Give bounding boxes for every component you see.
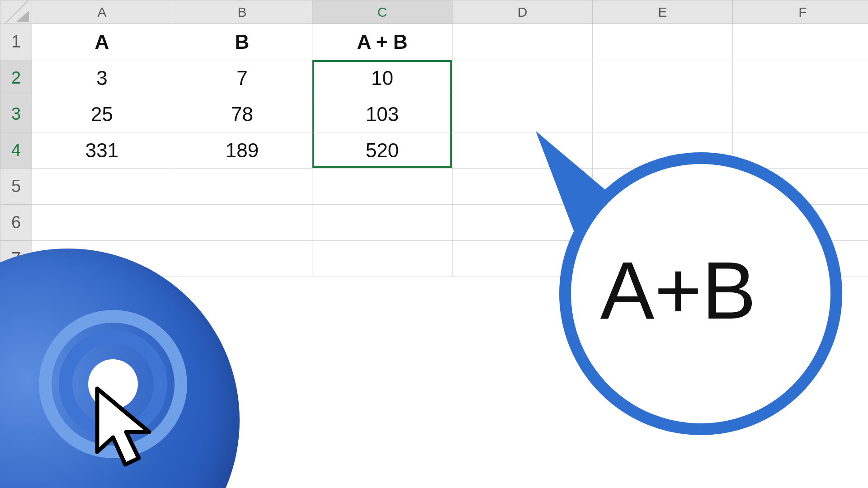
cell-f7[interactable] <box>733 241 868 277</box>
cell-d7[interactable] <box>453 241 593 277</box>
col-header-f[interactable]: F <box>733 0 868 24</box>
cell-e5[interactable] <box>593 169 733 205</box>
select-all-corner[interactable] <box>0 0 32 24</box>
cell-e1[interactable] <box>593 24 733 60</box>
cell-b3[interactable]: 78 <box>172 96 312 132</box>
cell-f3[interactable] <box>733 96 868 132</box>
cell-b4[interactable]: 189 <box>172 132 312 169</box>
col-header-a[interactable]: A <box>32 0 172 24</box>
cell-b6[interactable] <box>172 205 312 241</box>
cell-d2[interactable] <box>453 60 593 96</box>
cell-c7[interactable] <box>312 241 453 277</box>
cell-b5[interactable] <box>172 169 312 205</box>
cell-b1[interactable]: B <box>172 24 312 60</box>
cell-d5[interactable] <box>453 169 593 205</box>
cell-a6[interactable] <box>32 205 172 241</box>
cell-f2[interactable] <box>733 60 868 96</box>
cell-c5[interactable] <box>312 169 453 205</box>
cell-f4[interactable] <box>733 132 868 169</box>
cell-d6[interactable] <box>453 205 593 241</box>
cell-c6[interactable] <box>312 205 453 241</box>
cell-e6[interactable] <box>593 205 733 241</box>
cell-d4[interactable] <box>453 132 593 169</box>
cell-c2[interactable]: 10 <box>312 60 453 96</box>
cell-f1[interactable] <box>733 24 868 60</box>
cell-a2[interactable]: 3 <box>32 60 172 96</box>
col-header-e[interactable]: E <box>593 0 733 24</box>
col-header-d[interactable]: D <box>453 0 593 24</box>
row-header-1[interactable]: 1 <box>0 24 32 60</box>
svg-marker-5 <box>97 389 149 465</box>
row-header-2[interactable]: 2 <box>0 60 32 96</box>
cell-d1[interactable] <box>453 24 593 60</box>
cell-c4[interactable]: 520 <box>312 132 453 169</box>
cell-a3[interactable]: 25 <box>32 96 172 132</box>
row-header-4[interactable]: 4 <box>0 132 32 169</box>
cell-f6[interactable] <box>733 205 868 241</box>
cell-c1[interactable]: A + B <box>312 24 453 60</box>
cell-e4[interactable] <box>593 132 733 169</box>
cell-e2[interactable] <box>593 60 733 96</box>
col-header-c[interactable]: C <box>312 0 453 24</box>
cursor-icon <box>88 384 165 474</box>
cell-a5[interactable] <box>32 169 172 205</box>
cell-c3[interactable]: 103 <box>312 96 453 132</box>
cell-e3[interactable] <box>593 96 733 132</box>
cell-e7[interactable] <box>593 241 733 277</box>
cell-f5[interactable] <box>733 169 868 205</box>
cell-b7[interactable] <box>172 241 312 277</box>
cell-b2[interactable]: 7 <box>172 60 312 96</box>
cell-a4[interactable]: 331 <box>32 132 172 169</box>
row-header-5[interactable]: 5 <box>0 169 32 205</box>
cell-d3[interactable] <box>453 96 593 132</box>
row-header-6[interactable]: 6 <box>0 205 32 241</box>
row-header-3[interactable]: 3 <box>0 96 32 132</box>
col-header-b[interactable]: B <box>172 0 312 24</box>
cell-a1[interactable]: A <box>32 24 172 60</box>
